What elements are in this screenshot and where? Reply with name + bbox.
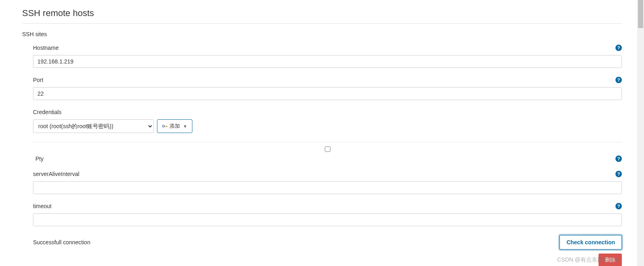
chevron-down-icon: ▼ [183, 124, 187, 129]
pty-field: Pty ? [33, 156, 622, 162]
hostname-input[interactable] [33, 55, 622, 68]
help-icon[interactable]: ? [615, 171, 622, 177]
connection-status: Successfull connection [33, 239, 90, 246]
key-icon [162, 124, 168, 128]
check-connection-button[interactable]: Check connection [559, 235, 622, 250]
pty-checkbox-row [33, 142, 622, 153]
credentials-field: Credentials root (root(ssh的root账号密码)) [33, 109, 622, 133]
pty-label: Pty [35, 156, 43, 162]
help-icon[interactable]: ? [615, 156, 622, 162]
port-input[interactable] [33, 87, 622, 100]
timeout-input[interactable] [33, 213, 622, 226]
hostname-field: Hostname ? [33, 45, 622, 68]
help-icon[interactable]: ? [615, 45, 622, 51]
help-icon[interactable]: ? [615, 77, 622, 83]
section-divider [22, 23, 622, 24]
credentials-select[interactable]: root (root(ssh的root账号密码)) [33, 119, 154, 133]
hostname-label: Hostname [33, 45, 59, 51]
port-label: Port [33, 77, 43, 83]
credentials-label: Credentials [33, 109, 62, 115]
port-field: Port ? [33, 77, 622, 100]
ssh-remote-hosts-section: SSH remote hosts SSH sites Hostname ? Po… [0, 0, 644, 266]
pty-checkbox[interactable] [325, 146, 330, 152]
scrollbar-thumb[interactable] [638, 0, 643, 28]
server-alive-interval-input[interactable] [33, 181, 622, 194]
help-icon[interactable]: ? [615, 203, 622, 209]
subsection-label: SSH sites [22, 31, 622, 37]
timeout-field: timeout ? [33, 203, 622, 226]
delete-button[interactable]: 删除 [599, 254, 622, 266]
add-credentials-button[interactable]: 添加 ▼ [157, 119, 192, 133]
svg-point-0 [163, 125, 165, 127]
section-title: SSH remote hosts [22, 8, 622, 18]
server-alive-interval-label: serverAliveInterval [33, 171, 79, 177]
add-button-label: 添加 [169, 123, 180, 130]
status-row: Successfull connection Check connection [33, 235, 622, 250]
timeout-label: timeout [33, 203, 52, 209]
scrollbar[interactable] [637, 0, 644, 266]
ssh-site-form: Hostname ? Port ? Credentials root (root… [33, 45, 622, 250]
server-alive-interval-field: serverAliveInterval ? [33, 171, 622, 194]
